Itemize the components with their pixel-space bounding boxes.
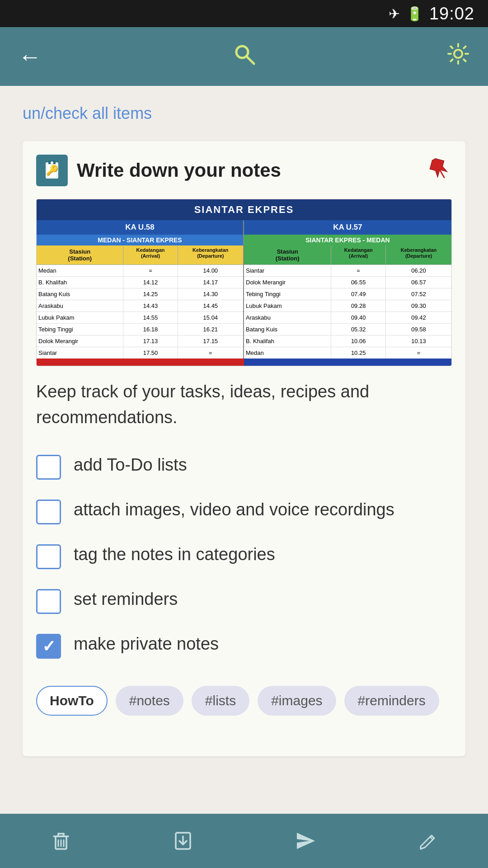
airplane-mode-icon: ✈ xyxy=(389,6,400,22)
send-button[interactable] xyxy=(293,829,317,853)
table-row: Dolok Merangir06.5506.57 xyxy=(244,277,451,288)
right-train-label: KA U.57 xyxy=(244,220,451,235)
table-row: Araskabu09.4009.42 xyxy=(244,312,451,324)
checklist-item-1: add To-Do lists xyxy=(36,453,452,480)
send-icon xyxy=(293,829,317,853)
edit-icon xyxy=(415,829,439,853)
table-row: Lubuk Pakam14.5515.04 xyxy=(37,312,243,324)
tag-howto[interactable]: HowTo xyxy=(36,686,108,716)
edit-button[interactable] xyxy=(415,829,439,853)
checklist-label-1: add To-Do lists xyxy=(74,453,187,477)
table-row: Dolok Merangir17.1317.15 xyxy=(37,335,243,347)
schedule-right-col: KA U.57 SIANTAR EKPRES - MEDAN Stasiun(S… xyxy=(244,220,451,359)
schedule-image: SIANTAR EKPRES KA U.58 MEDAN - SIANTAR E… xyxy=(36,199,452,366)
checkbox-3[interactable] xyxy=(36,544,61,569)
back-button[interactable]: ← xyxy=(18,43,42,70)
tag-notes[interactable]: #notes xyxy=(116,686,183,716)
left-departure-header: Keberangkatan(Departure) xyxy=(178,245,243,264)
search-button[interactable] xyxy=(232,42,256,71)
checklist: add To-Do lists attach images, video and… xyxy=(36,453,452,659)
left-train-label: KA U.58 xyxy=(37,220,243,235)
trash-button[interactable] xyxy=(49,829,73,853)
svg-point-2 xyxy=(454,50,462,58)
note-description: Keep track of your tasks, ideas, recipes… xyxy=(36,379,452,430)
status-icons: ✈ 🔋 19:02 xyxy=(389,4,474,24)
checklist-item-2: attach images, video and voice recording… xyxy=(36,498,452,524)
status-time: 19:02 xyxy=(429,4,474,24)
tag-lists[interactable]: #lists xyxy=(192,686,249,716)
left-arrival-header: Kedatangan(Arrival) xyxy=(123,245,178,264)
checklist-label-5: make private notes xyxy=(74,632,219,656)
checklist-label-3: tag the notes in categories xyxy=(74,542,275,566)
checklist-item-4: set reminders xyxy=(36,587,452,614)
tag-reminders[interactable]: #reminders xyxy=(344,686,439,716)
gear-icon xyxy=(446,42,470,66)
svg-point-5 xyxy=(51,161,53,164)
download-button[interactable] xyxy=(171,829,195,853)
svg-rect-3 xyxy=(46,162,58,179)
note-title: Write down your notes xyxy=(77,160,281,181)
toolbar: ← xyxy=(0,27,488,86)
checkbox-2[interactable] xyxy=(36,500,61,524)
table-row: Tebing Tinggi07.4907.52 xyxy=(244,288,451,300)
checkbox-4[interactable] xyxy=(36,589,61,614)
schedule-title: SIANTAR EKPRES xyxy=(37,199,451,220)
right-route-label: SIANTAR EKPRES - MEDAN xyxy=(244,235,451,245)
right-table-header: Stasiun(Station) Kedatangan(Arrival) Keb… xyxy=(244,245,451,265)
checklist-item-5: make private notes xyxy=(36,632,452,659)
table-row: Lubuk Pakam09.2809.30 xyxy=(244,300,451,312)
table-row: Tebing Tinggi16.1816.21 xyxy=(37,324,243,335)
checkbox-5[interactable] xyxy=(36,634,61,659)
uncheck-all-link[interactable]: un/check all items xyxy=(23,104,152,123)
note-icon xyxy=(36,155,68,186)
search-icon xyxy=(232,42,256,66)
schedule-footer-bar xyxy=(37,359,451,366)
battery-icon: 🔋 xyxy=(406,6,423,22)
main-content: un/check all items Write down your notes xyxy=(0,86,488,851)
table-row: Batang Kuis14.2514.30 xyxy=(37,288,243,300)
left-table-header: Stasiun(Station) Kedatangan(Arrival) Keb… xyxy=(37,245,243,265)
table-row: Siantar17.50= xyxy=(37,347,243,359)
tag-images[interactable]: #images xyxy=(258,686,336,716)
download-icon xyxy=(171,829,195,853)
trash-icon xyxy=(49,829,73,853)
settings-button[interactable] xyxy=(446,42,470,71)
note-header: Write down your notes xyxy=(36,155,452,186)
status-bar: ✈ 🔋 19:02 xyxy=(0,0,488,27)
right-departure-header: Keberangkatan(Departure) xyxy=(386,245,451,264)
table-row: B. Khalifah10.0610.13 xyxy=(244,335,451,347)
right-arrival-header: Kedatangan(Arrival) xyxy=(331,245,386,264)
note-header-left: Write down your notes xyxy=(36,155,281,186)
pin-icon xyxy=(422,152,457,189)
tags-row: HowTo #notes #lists #images #reminders xyxy=(36,686,452,716)
bottom-toolbar xyxy=(0,814,488,868)
table-row: Medan10.25= xyxy=(244,347,451,359)
checklist-label-4: set reminders xyxy=(74,587,178,611)
right-station-header: Stasiun(Station) xyxy=(244,245,331,264)
table-row: Batang Kuis05.3209.58 xyxy=(244,324,451,335)
checklist-item-3: tag the notes in categories xyxy=(36,542,452,569)
left-station-header: Stasiun(Station) xyxy=(37,245,123,264)
note-card: Write down your notes SIANTAR EKPRES KA … xyxy=(23,141,465,756)
table-row: B. Khalifah14.1214.17 xyxy=(37,277,243,288)
svg-marker-17 xyxy=(297,833,315,849)
svg-line-1 xyxy=(247,57,254,64)
table-row: Siantar=06.20 xyxy=(244,265,451,277)
table-row: Araskabu14.4314.45 xyxy=(37,300,243,312)
checkbox-1[interactable] xyxy=(36,455,61,480)
schedule-left-col: KA U.58 MEDAN - SIANTAR EKPRES Stasiun(S… xyxy=(37,220,244,359)
left-route-label: MEDAN - SIANTAR EKPRES xyxy=(37,235,243,245)
table-row: Medan=14.00 xyxy=(37,265,243,277)
checklist-label-2: attach images, video and voice recording… xyxy=(74,498,394,522)
